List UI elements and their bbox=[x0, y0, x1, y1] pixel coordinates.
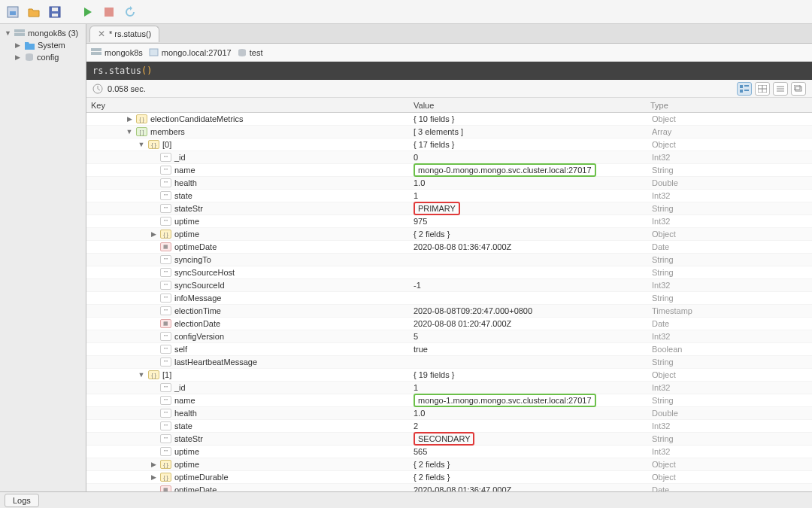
grid-row[interactable]: ""syncSourceHostString bbox=[86, 266, 812, 279]
view-table-button[interactable] bbox=[755, 82, 770, 96]
column-key[interactable]: Key bbox=[86, 98, 414, 112]
field-icon: "" bbox=[160, 434, 171, 443]
breadcrumb-host[interactable]: mongo.local:27017 bbox=[149, 48, 232, 57]
stop-icon[interactable] bbox=[102, 5, 116, 19]
grid-row[interactable]: ""selftrueBoolean bbox=[86, 343, 812, 356]
row-key: infoMessage bbox=[174, 294, 221, 303]
field-icon: "" bbox=[160, 268, 171, 277]
grid-row[interactable]: ▶{ }optime{ 2 fields }Object bbox=[86, 458, 812, 471]
refresh-icon[interactable] bbox=[123, 5, 137, 19]
sidebar-item-system[interactable]: ▶ System bbox=[0, 39, 86, 51]
grid-row[interactable]: ▦optimeDate2020-08-08 01:36:47.000ZDate bbox=[86, 241, 812, 254]
expand-toggle[interactable]: ▶ bbox=[126, 115, 133, 123]
close-icon[interactable]: ✕ bbox=[98, 29, 105, 39]
toolbar bbox=[0, 0, 812, 24]
row-type: Int32 bbox=[650, 383, 812, 392]
sidebar-item-config[interactable]: ▶ config bbox=[0, 51, 86, 63]
row-type: Boolean bbox=[650, 345, 812, 354]
row-key: optime bbox=[174, 460, 199, 469]
grid-body[interactable]: ▶{ }electionCandidateMetrics{ 10 fields … bbox=[86, 113, 812, 491]
grid-row[interactable]: ""stateStrPRIMARYString bbox=[86, 202, 812, 215]
run-icon[interactable] bbox=[81, 5, 95, 19]
row-value: 565 bbox=[414, 447, 650, 456]
field-icon: "" bbox=[160, 178, 171, 187]
date-icon: ▦ bbox=[160, 319, 171, 328]
view-tree-button[interactable] bbox=[737, 82, 752, 96]
grid-row[interactable]: ""configVersion5Int32 bbox=[86, 330, 812, 343]
row-type: String bbox=[650, 434, 812, 443]
grid-row[interactable]: ""health1.0Double bbox=[86, 407, 812, 420]
row-value: 1 bbox=[414, 191, 650, 200]
expand-toggle[interactable]: ▼ bbox=[138, 141, 145, 148]
grid-row[interactable]: ▶{ }optimeDurable{ 2 fields }Object bbox=[86, 471, 812, 484]
grid-row[interactable]: ▶{ }electionCandidateMetrics{ 10 fields … bbox=[86, 113, 812, 126]
grid-row[interactable]: ""health1.0Double bbox=[86, 177, 812, 190]
row-key: optime bbox=[174, 230, 199, 239]
row-key: optimeDate bbox=[174, 242, 217, 251]
logs-tab[interactable]: Logs bbox=[5, 494, 39, 507]
svg-rect-3 bbox=[52, 8, 58, 11]
column-type[interactable]: Type bbox=[650, 98, 812, 112]
expand-toggle[interactable]: ▼ bbox=[138, 371, 145, 379]
view-json-button[interactable] bbox=[773, 82, 788, 96]
grid-row[interactable]: ""uptime565Int32 bbox=[86, 446, 812, 458]
popout-button[interactable] bbox=[791, 82, 806, 96]
grid-row[interactable]: ▼{ }[1]{ 19 fields }Object bbox=[86, 369, 812, 382]
object-icon: { } bbox=[160, 460, 171, 469]
row-type: String bbox=[650, 204, 812, 213]
breadcrumb-db[interactable]: test bbox=[238, 48, 263, 57]
expand-toggle[interactable]: ▶ bbox=[150, 230, 157, 238]
row-type: Date bbox=[650, 485, 812, 491]
row-value: 1.0 bbox=[414, 409, 650, 418]
row-key: [0] bbox=[162, 140, 171, 149]
grid-row[interactable]: ""namemongo-0.mongo.mongo.svc.cluster.lo… bbox=[86, 164, 812, 177]
grid-row[interactable]: ""syncingToString bbox=[86, 254, 812, 266]
grid-row[interactable]: ""state1Int32 bbox=[86, 190, 812, 202]
save-icon[interactable] bbox=[48, 5, 62, 19]
grid-row[interactable]: ""_id1Int32 bbox=[86, 382, 812, 394]
grid-row[interactable]: ""state2Int32 bbox=[86, 420, 812, 433]
row-value: 2020-08-08 01:36:47.000Z bbox=[414, 242, 650, 251]
grid-row[interactable]: ""uptime975Int32 bbox=[86, 215, 812, 228]
grid-row[interactable]: ▼[ ]members[ 3 elements ]Array bbox=[86, 126, 812, 138]
grid-row[interactable]: ""electionTime2020-08-08T09:20:47.000+08… bbox=[86, 305, 812, 318]
row-type: Object bbox=[650, 114, 812, 123]
svg-rect-15 bbox=[744, 85, 749, 87]
grid-row[interactable]: ""stateStrSECONDARYString bbox=[86, 433, 812, 446]
sidebar-root[interactable]: ▼ mongok8s (3) bbox=[0, 27, 86, 39]
connect-icon[interactable] bbox=[6, 5, 20, 19]
open-icon[interactable] bbox=[27, 5, 41, 19]
grid-row[interactable]: ▶{ }optime{ 2 fields }Object bbox=[86, 228, 812, 241]
date-icon: ▦ bbox=[160, 485, 171, 491]
row-type: Object bbox=[650, 140, 812, 149]
tab-rsstatus[interactable]: ✕ * rs.status() bbox=[89, 26, 159, 42]
breadcrumb-server-label: mongok8s bbox=[105, 48, 143, 57]
row-key: members bbox=[150, 127, 185, 136]
column-value[interactable]: Value bbox=[414, 98, 650, 112]
array-icon: [ ] bbox=[136, 127, 147, 136]
breadcrumb-host-label: mongo.local:27017 bbox=[162, 48, 232, 57]
grid-row[interactable]: ""syncSourceId-1Int32 bbox=[86, 279, 812, 292]
grid-row[interactable]: ""namemongo-1.mongo.mongo.svc.cluster.lo… bbox=[86, 394, 812, 407]
grid-row[interactable]: ▼{ }[0]{ 17 fields }Object bbox=[86, 138, 812, 151]
grid-row[interactable]: ""infoMessageString bbox=[86, 292, 812, 305]
grid-row[interactable]: ▦electionDate2020-08-08 01:20:47.000ZDat… bbox=[86, 318, 812, 330]
row-key: _id bbox=[174, 383, 186, 392]
expand-toggle[interactable]: ▶ bbox=[150, 473, 157, 481]
command-bar[interactable]: rs.status() bbox=[86, 62, 812, 80]
host-icon bbox=[149, 48, 159, 56]
database-icon bbox=[25, 53, 34, 62]
row-value: { 2 fields } bbox=[414, 473, 650, 482]
svg-rect-24 bbox=[795, 87, 801, 91]
breadcrumb-server[interactable]: mongok8s bbox=[91, 48, 143, 57]
expand-toggle[interactable]: ▼ bbox=[126, 128, 133, 135]
field-icon: "" bbox=[160, 306, 171, 315]
row-key: syncingTo bbox=[174, 255, 211, 264]
grid-row[interactable]: ▦optimeDate2020-08-08 01:36:47.000ZDate bbox=[86, 484, 812, 491]
grid-row[interactable]: ""_id0Int32 bbox=[86, 151, 812, 164]
breadcrumb-db-label: test bbox=[250, 48, 263, 57]
expand-toggle[interactable]: ▶ bbox=[150, 461, 157, 468]
grid-row[interactable]: ""lastHeartbeatMessageString bbox=[86, 356, 812, 369]
row-value: -1 bbox=[414, 281, 650, 290]
grid-columns: Key Value Type bbox=[86, 98, 812, 113]
